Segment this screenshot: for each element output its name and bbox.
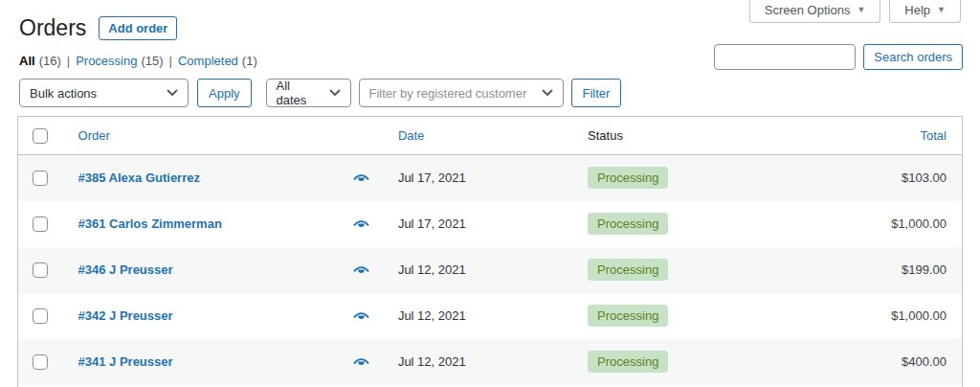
column-header-order[interactable]: Order: [61, 117, 390, 155]
order-row: #361 Carlos Zimmerman Jul 17, 2021 Proce…: [18, 201, 963, 247]
bulk-actions-select[interactable]: Bulk actions: [19, 79, 189, 107]
row-checkbox[interactable]: [33, 262, 48, 278]
search-box: Search orders: [714, 44, 963, 70]
order-row: #385 Alexa Gutierrez Jul 17, 2021 Proces…: [18, 155, 963, 201]
table-toolbar: Bulk actions Apply All dates Filter by r…: [19, 79, 621, 107]
order-date: Jul 17, 2021: [398, 216, 466, 231]
order-link[interactable]: #341 J Preusser: [78, 354, 173, 369]
order-row: #346 J Preusser Jul 12, 2021 Processing …: [18, 247, 963, 293]
order-date: Jul 12, 2021: [398, 308, 466, 323]
search-orders-button[interactable]: Search orders: [863, 44, 963, 70]
screen-meta: Screen Options ▼ Help ▼: [749, 0, 961, 23]
help-label: Help: [904, 3, 930, 17]
preview-eye-icon[interactable]: [353, 310, 369, 321]
preview-eye-icon[interactable]: [353, 172, 369, 183]
order-link[interactable]: #342 J Preusser: [78, 308, 173, 323]
view-processing[interactable]: Processing (15): [76, 54, 163, 68]
status-badge: Processing: [588, 167, 668, 189]
screen-options-button[interactable]: Screen Options ▼: [749, 0, 881, 23]
view-all[interactable]: All (16): [19, 54, 61, 68]
chevron-down-icon: [329, 89, 341, 97]
order-date: Jul 12, 2021: [398, 262, 466, 277]
status-badge: Processing: [588, 259, 668, 281]
chevron-down-icon: [542, 89, 553, 97]
view-completed[interactable]: Completed (1): [178, 54, 257, 68]
row-checkbox[interactable]: [33, 216, 48, 232]
row-checkbox[interactable]: [33, 308, 48, 324]
apply-button[interactable]: Apply: [197, 79, 252, 107]
page-title: Orders: [19, 16, 86, 40]
order-date: Jul 12, 2021: [398, 354, 466, 369]
help-button[interactable]: Help ▼: [889, 0, 961, 23]
preview-eye-icon[interactable]: [353, 264, 369, 275]
order-link[interactable]: #361 Carlos Zimmerman: [78, 216, 222, 231]
order-total: $199.00: [902, 262, 947, 277]
add-order-button[interactable]: Add order: [99, 16, 177, 40]
page-header: Orders Add order: [19, 16, 177, 40]
customer-filter-select[interactable]: Filter by registered customer: [359, 79, 564, 107]
order-row: #341 J Preusser Jul 12, 2021 Processing …: [18, 339, 963, 385]
column-header-date[interactable]: Date: [390, 117, 580, 155]
order-link[interactable]: #385 Alexa Gutierrez: [78, 171, 200, 185]
order-total: $103.00: [902, 171, 947, 185]
column-header-total[interactable]: Total: [800, 117, 962, 155]
status-badge: Processing: [588, 213, 668, 235]
screen-options-label: Screen Options: [765, 3, 851, 17]
divider: |: [67, 54, 70, 68]
chevron-down-icon: [167, 89, 178, 97]
order-total: $400.00: [902, 354, 947, 369]
order-total: $1,000.00: [891, 216, 947, 231]
order-total: $1,000.00: [891, 308, 947, 323]
status-badge: Processing: [588, 305, 668, 327]
row-checkbox[interactable]: [33, 354, 48, 370]
search-input[interactable]: [714, 44, 856, 70]
caret-down-icon: ▼: [857, 6, 865, 14]
table-header-row: Order Date Status Total: [18, 117, 963, 155]
filter-button[interactable]: Filter: [571, 79, 622, 107]
select-all-checkbox[interactable]: [33, 128, 48, 144]
divider: |: [169, 54, 172, 68]
order-row: #342 J Preusser Jul 12, 2021 Processing …: [18, 293, 963, 339]
all-dates-select[interactable]: All dates: [266, 79, 351, 107]
orders-table: Order Date Status Total #385 Alexa Gutie…: [17, 116, 963, 387]
caret-down-icon: ▼: [937, 6, 946, 14]
order-link[interactable]: #346 J Preusser: [78, 262, 173, 277]
preview-eye-icon[interactable]: [353, 218, 369, 229]
row-checkbox[interactable]: [33, 171, 48, 186]
column-header-status: Status: [580, 117, 800, 155]
status-badge: Processing: [588, 351, 668, 373]
order-date: Jul 17, 2021: [398, 171, 466, 185]
preview-eye-icon[interactable]: [353, 356, 369, 367]
view-filters: All (16) | Processing (15) | Completed (…: [19, 54, 257, 68]
